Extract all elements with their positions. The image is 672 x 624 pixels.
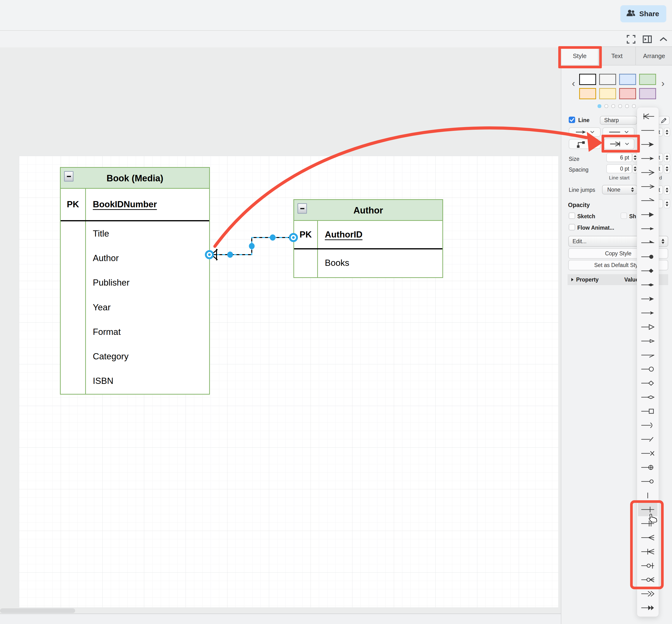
marker-option-square-open[interactable] [638, 405, 657, 418]
table-row[interactable]: Books [294, 250, 442, 277]
size-field[interactable]: 6 pt [606, 153, 632, 162]
marker-option-none[interactable] [638, 124, 657, 137]
chevron-up-icon[interactable] [658, 34, 669, 45]
table-row[interactable]: Publisher [61, 270, 209, 295]
style-swatch[interactable] [599, 74, 616, 85]
pk-label: PK [61, 200, 85, 209]
marker-option-circle-plus[interactable] [638, 461, 657, 474]
style-swatch[interactable] [579, 74, 596, 85]
dash-arrow-icon [640, 295, 655, 302]
table-row[interactable]: Year [61, 295, 209, 320]
line-style-select[interactable]: Sharp [600, 116, 637, 125]
marker-option-classic[interactable] [638, 138, 657, 151]
table-row[interactable]: PK AuthorID [294, 221, 442, 248]
pager-dot[interactable] [618, 104, 622, 108]
spacing-field[interactable]: 0 pt [606, 164, 632, 173]
marker-option-open-thin[interactable] [638, 180, 657, 193]
field-name: ISBN [85, 376, 113, 386]
double-block-icon [640, 604, 655, 611]
waypoints-dropdown[interactable] [569, 139, 601, 149]
line-checkbox[interactable] [569, 116, 575, 123]
style-swatch[interactable] [619, 74, 636, 85]
marker-option-diamond-thin[interactable] [638, 278, 657, 291]
shadow-checkbox[interactable] [621, 212, 627, 219]
share-button[interactable]: Share [620, 5, 666, 22]
classic-icon [640, 141, 655, 148]
flow-animation-checkbox[interactable] [569, 224, 575, 230]
connection-arrow-dropdown[interactable] [569, 127, 601, 137]
horizontal-scrollbar[interactable] [0, 608, 75, 613]
oval-icon [640, 254, 655, 260]
field-name: Format [85, 327, 121, 337]
marker-option-async[interactable] [638, 236, 657, 250]
pk-field: BookIDNumber [85, 200, 157, 209]
marker-option-circle[interactable] [638, 362, 657, 376]
edit-style-pencil-button[interactable] [658, 116, 670, 125]
line-width-stepper[interactable] [664, 128, 670, 136]
table-row[interactable]: Title [61, 221, 209, 246]
swatch-next-icon[interactable]: › [659, 80, 667, 88]
marker-option-dash[interactable] [638, 433, 657, 446]
pager-dot[interactable] [604, 104, 608, 108]
book-entity[interactable]: Book (Media) PK BookIDNumber TitleAuthor… [60, 167, 210, 393]
marker-option-open[interactable] [638, 166, 657, 179]
marker-option-cross[interactable] [638, 447, 657, 460]
style-swatch[interactable] [639, 74, 656, 85]
table-row[interactable]: ISBN [61, 369, 209, 393]
style-swatch[interactable] [619, 88, 636, 99]
pager-dot[interactable] [597, 104, 601, 108]
marker-option-curve[interactable] [638, 419, 657, 432]
author-entity-body: PK AuthorID Books [293, 220, 443, 278]
collapse-icon[interactable] [64, 171, 74, 182]
marker-option-block[interactable] [638, 208, 657, 221]
marker-option-half-arrow[interactable] [638, 194, 657, 207]
sketch-checkbox[interactable] [569, 212, 575, 219]
marker-option-diamond-open[interactable] [638, 376, 657, 390]
marker-option-bar-open-arrow[interactable] [638, 110, 657, 123]
author-entity[interactable]: Author PK AuthorID Books [293, 199, 443, 277]
tab-arrange[interactable]: Arrange [636, 47, 672, 65]
sketch-label: Sketch [577, 213, 595, 220]
marker-option-block-thin[interactable] [638, 222, 657, 235]
marker-option-dash-arrow[interactable] [638, 292, 657, 306]
style-swatch[interactable] [599, 88, 616, 99]
end-spacing-stepper[interactable] [664, 164, 670, 173]
pager-dot[interactable] [611, 104, 615, 108]
collapse-icon[interactable] [298, 203, 307, 214]
table-row[interactable]: Author [61, 246, 209, 270]
marker-option-diamond[interactable] [638, 264, 657, 278]
end-size-stepper[interactable] [664, 153, 670, 162]
marker-option-classic-thin[interactable] [638, 152, 657, 165]
flow-animation-label: Flow Animat... [577, 225, 614, 231]
app-window: Share Book (Media) PK [0, 0, 672, 624]
line-jumps-label: Line jumps [569, 187, 595, 193]
diamond-open-icon [640, 380, 655, 387]
marker-option-oval[interactable] [638, 250, 657, 263]
fullscreen-icon[interactable] [626, 34, 636, 45]
pager-dot[interactable] [632, 104, 636, 108]
style-swatch[interactable] [579, 88, 596, 99]
table-row[interactable]: Format [61, 320, 209, 344]
book-entity-header[interactable]: Book (Media) [60, 167, 210, 189]
chevron-down-icon [590, 131, 594, 133]
author-entity-header[interactable]: Author [293, 199, 443, 222]
circle-icon [640, 366, 655, 372]
marker-option-block-open-thin[interactable] [638, 334, 657, 348]
marker-option-half-arrow-open[interactable] [638, 348, 657, 362]
marker-option-dash-arrow-thin[interactable] [638, 306, 657, 320]
marker-option-double-block[interactable] [638, 601, 657, 615]
table-row[interactable]: PK BookIDNumber [61, 189, 209, 220]
jump-size-stepper[interactable] [664, 185, 670, 194]
table-row[interactable]: Category [61, 344, 209, 369]
swatch-prev-icon[interactable]: ‹ [569, 80, 577, 88]
marker-option-circle-small[interactable] [638, 475, 657, 488]
tab-text[interactable]: Text [598, 47, 636, 65]
pager-dot[interactable] [625, 104, 629, 108]
share-icon [626, 9, 636, 19]
collapse-panel-icon[interactable] [642, 34, 652, 45]
line-jumps-select[interactable]: None [602, 185, 637, 194]
style-swatch[interactable] [639, 88, 656, 99]
marker-option-diamond-thin-open[interactable] [638, 391, 657, 404]
marker-option-block-open[interactable] [638, 320, 657, 334]
opacity-stepper[interactable] [664, 199, 670, 208]
